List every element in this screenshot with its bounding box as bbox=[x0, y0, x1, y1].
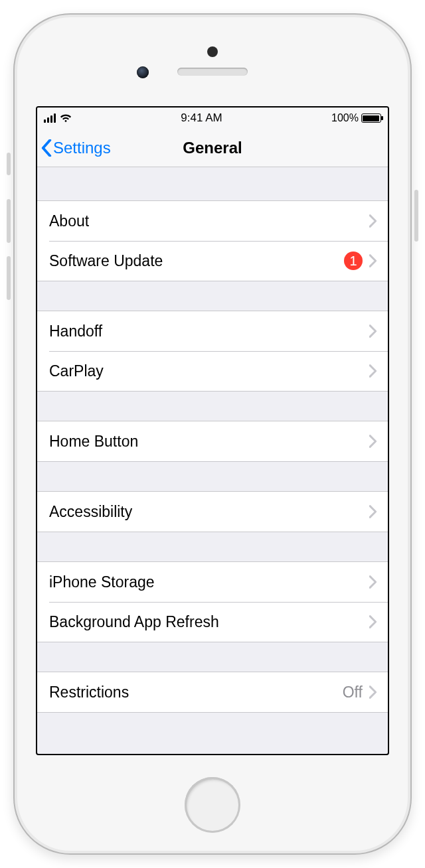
battery-percent: 100% bbox=[331, 112, 359, 124]
status-bar: 9:41 AM 100% bbox=[37, 108, 388, 129]
row-label: Software Update bbox=[49, 252, 344, 270]
proximity-sensor bbox=[207, 46, 218, 57]
section-gap bbox=[37, 281, 388, 311]
row-background-app-refresh[interactable]: Background App Refresh bbox=[37, 602, 388, 642]
chevron-right-icon bbox=[369, 214, 377, 228]
ringer-switch bbox=[7, 153, 11, 175]
section-gap bbox=[37, 392, 388, 421]
settings-group: iPhone StorageBackground App Refresh bbox=[37, 561, 388, 642]
power-button bbox=[414, 190, 418, 242]
row-about[interactable]: About bbox=[37, 201, 388, 241]
row-label: iPhone Storage bbox=[49, 573, 369, 591]
row-carplay[interactable]: CarPlay bbox=[37, 351, 388, 391]
row-label: Accessibility bbox=[49, 503, 369, 521]
row-handoff[interactable]: Handoff bbox=[37, 311, 388, 351]
chevron-left-icon bbox=[41, 139, 52, 157]
row-label: Handoff bbox=[49, 323, 369, 340]
iphone-frame: 9:41 AM 100% Settings General AboutSoftw… bbox=[13, 13, 412, 855]
bezel-bottom bbox=[13, 755, 412, 855]
nav-bar: Settings General bbox=[37, 129, 388, 167]
row-label: Restrictions bbox=[49, 684, 343, 701]
settings-group: RestrictionsOff bbox=[37, 672, 388, 713]
settings-group: Accessibility bbox=[37, 491, 388, 532]
row-restrictions[interactable]: RestrictionsOff bbox=[37, 672, 388, 712]
settings-group: Home Button bbox=[37, 421, 388, 462]
front-camera bbox=[137, 66, 149, 78]
row-value: Off bbox=[343, 684, 363, 701]
row-home-button[interactable]: Home Button bbox=[37, 421, 388, 461]
row-label: Home Button bbox=[49, 433, 369, 451]
row-software-update[interactable]: Software Update1 bbox=[37, 241, 388, 281]
chevron-right-icon bbox=[369, 686, 377, 699]
cellular-signal-icon bbox=[44, 113, 56, 123]
battery-icon bbox=[361, 113, 381, 123]
row-accessibility[interactable]: Accessibility bbox=[37, 492, 388, 532]
row-iphone-storage[interactable]: iPhone Storage bbox=[37, 562, 388, 602]
section-gap bbox=[37, 167, 388, 200]
notification-badge: 1 bbox=[344, 252, 363, 270]
chevron-right-icon bbox=[369, 254, 377, 267]
row-label: CarPlay bbox=[49, 362, 369, 380]
back-button[interactable]: Settings bbox=[37, 139, 111, 157]
home-button-hardware bbox=[185, 777, 240, 833]
chevron-right-icon bbox=[369, 325, 377, 338]
chevron-right-icon bbox=[369, 364, 377, 378]
chevron-right-icon bbox=[369, 505, 377, 518]
back-label: Settings bbox=[53, 139, 111, 157]
chevron-right-icon bbox=[369, 575, 377, 589]
section-gap bbox=[37, 532, 388, 561]
bezel-top bbox=[13, 13, 412, 106]
row-label: Background App Refresh bbox=[49, 613, 369, 631]
earpiece-speaker bbox=[177, 68, 248, 76]
section-gap bbox=[37, 642, 388, 672]
chevron-right-icon bbox=[369, 435, 377, 448]
chevron-right-icon bbox=[369, 615, 377, 628]
section-gap bbox=[37, 462, 388, 491]
wifi-icon bbox=[60, 114, 72, 123]
settings-table[interactable]: AboutSoftware Update1HandoffCarPlayHome … bbox=[37, 167, 388, 754]
row-label: About bbox=[49, 212, 369, 230]
settings-group: AboutSoftware Update1 bbox=[37, 200, 388, 281]
settings-group: HandoffCarPlay bbox=[37, 311, 388, 392]
volume-down-button bbox=[7, 256, 11, 300]
screen: 9:41 AM 100% Settings General AboutSoftw… bbox=[36, 106, 389, 755]
volume-up-button bbox=[7, 199, 11, 243]
status-time: 9:41 AM bbox=[181, 111, 222, 125]
